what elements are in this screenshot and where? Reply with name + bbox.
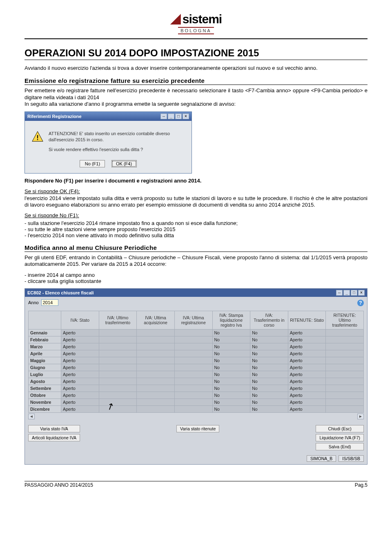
scroll-right-icon[interactable]: ►: [357, 414, 364, 419]
table-cell: [137, 364, 175, 371]
table-cell: [137, 350, 175, 357]
anno-input[interactable]: [41, 299, 58, 306]
table-row[interactable]: OttobreApertoNoNoAperto: [29, 392, 364, 399]
svg-text:!: !: [36, 134, 39, 142]
table-cell: Aperto: [61, 385, 99, 392]
table-cell: [99, 378, 137, 385]
table-cell: [99, 364, 137, 371]
table-row[interactable]: NovembreApertoNoNoAperto: [29, 399, 364, 405]
table-header: IVA: Ultima registrazione: [174, 311, 212, 329]
table-cell: Aperto: [288, 399, 326, 405]
table-cell: No: [212, 336, 250, 343]
table-header: RITENUTE: Stato: [288, 311, 326, 329]
page-title: OPERAZIONI SU 2014 DOPO IMPOSTAZIONE 201…: [24, 47, 368, 59]
month-cell: Aprile: [29, 350, 61, 357]
table-cell: Aperto: [288, 385, 326, 392]
table-row[interactable]: MaggioApertoNoNoAperto: [29, 357, 364, 364]
grid-scrollbar[interactable]: ◄ ►: [25, 413, 367, 423]
table-cell: No: [250, 343, 288, 350]
window-move-icon[interactable]: ↔: [336, 290, 343, 296]
table-cell: Aperto: [61, 329, 99, 336]
chiudi-button[interactable]: Chiudi (Esc): [316, 425, 364, 432]
table-cell: No: [212, 357, 250, 364]
varia-iva-button[interactable]: Varia stato IVA: [28, 425, 80, 432]
table-cell: No: [250, 336, 288, 343]
list-item: su tutte le altre stazioni viene sempre …: [24, 226, 368, 232]
logo-text: sistemi: [183, 12, 222, 26]
table-cell: No: [250, 371, 288, 378]
table-cell: Aperto: [61, 350, 99, 357]
header-logo: sistemi BOLOGNA: [24, 12, 368, 36]
table-cell: [174, 378, 212, 385]
table-cell: No: [212, 343, 250, 350]
window-chiusure: EC802 - Elenco chiusure fiscali ↔ _ □ × …: [24, 288, 368, 465]
dialog-maximize-icon[interactable]: □: [175, 114, 182, 119]
table-cell: Aperto: [288, 392, 326, 399]
h1-rule: [24, 60, 368, 60]
table-row[interactable]: MarzoApertoNoNoAperto: [29, 343, 364, 350]
table-row[interactable]: SettembreApertoNoNoAperto: [29, 385, 364, 392]
table-cell: [174, 329, 212, 336]
table-cell: [174, 405, 212, 412]
table-cell: [326, 378, 364, 385]
table-row[interactable]: GennaioApertoNoNoAperto: [29, 329, 364, 336]
scroll-left-icon[interactable]: ◄: [28, 414, 35, 419]
table-cell: [326, 350, 364, 357]
table-cell: [137, 357, 175, 364]
section2-list: inserire 2014 al campo annocliccare sull…: [24, 272, 368, 284]
footer-right: Pag.5: [355, 482, 368, 488]
table-cell: [326, 343, 364, 350]
table-cell: [326, 329, 364, 336]
help-icon[interactable]: ?: [357, 300, 364, 306]
dialog-ok-button[interactable]: OK (F4): [111, 160, 137, 167]
table-cell: Aperto: [61, 405, 99, 412]
table-cell: No: [250, 364, 288, 371]
section2-heading: Modifica anno al menu Chiusure Periodich…: [24, 244, 368, 252]
table-row[interactable]: AgostoApertoNoNoAperto: [29, 378, 364, 385]
table-cell: Aperto: [288, 371, 326, 378]
table-cell: [174, 350, 212, 357]
status-bar: SIMONA_B IS/SB/SB: [25, 454, 367, 464]
table-row[interactable]: AprileApertoNoNoAperto: [29, 350, 364, 357]
table-cell: [174, 399, 212, 405]
table-cell: No: [212, 405, 250, 412]
table-cell: No: [212, 350, 250, 357]
liquidazione-button[interactable]: Liquidazione IVA (F7): [316, 434, 364, 441]
table-cell: Aperto: [61, 371, 99, 378]
table-cell: [174, 364, 212, 371]
table-row[interactable]: GiugnoApertoNoNoAperto: [29, 364, 364, 371]
logo-subtitle: BOLOGNA: [178, 27, 214, 34]
table-cell: No: [212, 378, 250, 385]
table-cell: [174, 385, 212, 392]
dialog-no-button[interactable]: No (F1): [80, 160, 105, 167]
month-cell: Gennaio: [29, 329, 61, 336]
dialog-close-icon[interactable]: ×: [183, 114, 189, 119]
salva-button[interactable]: Salva (End): [316, 443, 364, 450]
table-cell: [99, 329, 137, 336]
table-cell: No: [250, 399, 288, 405]
window-maximize-icon[interactable]: □: [351, 290, 357, 296]
list-item: sulla stazione l'esercizio 2014 rimane i…: [24, 220, 368, 226]
dialog-message-line2: Si vuole rendere effettivo l'esercizio s…: [49, 147, 185, 153]
articoli-liquidazione-button[interactable]: Articoli liquidazione IVA: [28, 434, 80, 441]
table-cell: [99, 350, 137, 357]
table-row[interactable]: DicembreApertoNoNoAperto: [29, 405, 364, 412]
window-minimize-icon[interactable]: _: [343, 290, 350, 296]
table-row[interactable]: LuglioApertoNoNoAperto: [29, 371, 364, 378]
dialog-move-icon[interactable]: ↔: [160, 114, 167, 119]
table-cell: [99, 385, 137, 392]
table-cell: [99, 343, 137, 350]
month-cell: Giugno: [29, 364, 61, 371]
table-header: RITENUTE: Ultimo trasferimento: [326, 311, 364, 329]
table-header: IVA: Stato: [61, 311, 99, 329]
table-cell: [99, 357, 137, 364]
table-row[interactable]: FebbraioApertoNoNoAperto: [29, 336, 364, 343]
table-cell: No: [250, 385, 288, 392]
window-close-icon[interactable]: ×: [358, 290, 365, 296]
dialog-minimize-icon[interactable]: _: [168, 114, 174, 119]
table-cell: [174, 336, 212, 343]
chiusure-table[interactable]: IVA: StatoIVA: Ultimo trasferimentoIVA: …: [28, 311, 364, 413]
varia-ritenute-button[interactable]: Varia stato ritenute: [176, 425, 219, 432]
anno-label: Anno: [28, 300, 39, 305]
dialog-title-text: Riferimenti Registrazione: [27, 114, 82, 119]
